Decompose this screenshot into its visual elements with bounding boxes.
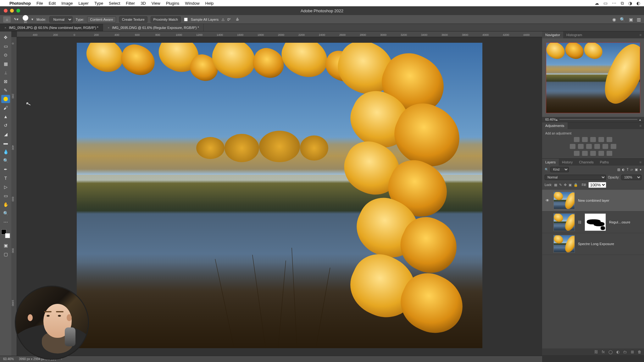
zoom-in-icon[interactable]: ▴ — [639, 118, 641, 121]
pressure-icon[interactable]: Ꮂ — [236, 17, 239, 21]
lock-position-icon[interactable]: ✥ — [564, 183, 567, 187]
menu-window[interactable]: Window — [185, 1, 199, 6]
spot-heal-tool[interactable] — [1, 95, 10, 103]
filter-smart-icon[interactable]: ▣ — [635, 168, 638, 171]
maximize-window-button[interactable] — [16, 9, 20, 13]
status-zoom[interactable]: 60.46% — [3, 357, 14, 361]
content-aware-button[interactable]: Content-Aware — [87, 16, 116, 23]
document-tab-1[interactable]: × IMG_0594.JPG @ 60.5% (New combined lay… — [0, 24, 103, 31]
type-tool[interactable]: T — [1, 174, 10, 182]
menu-plugins[interactable]: Plugins — [166, 1, 180, 6]
dodge-tool[interactable]: 🔍 — [1, 156, 10, 165]
layer-name[interactable]: New combined layer — [578, 199, 609, 202]
hand-tool[interactable]: ✋ — [1, 200, 10, 209]
mask-link-icon[interactable]: ⛓ — [578, 220, 581, 224]
eraser-tool[interactable]: ◢ — [1, 130, 10, 138]
tab-channels[interactable]: Channels — [576, 159, 597, 166]
filter-shape-icon[interactable]: ▱ — [630, 168, 633, 171]
control-icon[interactable]: ◑ — [628, 1, 632, 6]
frame-tool[interactable]: ⊠ — [1, 77, 10, 85]
document-tab-2[interactable]: × IMG_0595.DNG @ 61.6% (Regular Exposure… — [103, 24, 204, 31]
lock-artboard-icon[interactable]: ▣ — [569, 183, 572, 187]
layer-name[interactable]: Regul…osure — [609, 220, 630, 224]
menu-3d[interactable]: 3D — [141, 1, 146, 6]
tab-adjustments[interactable]: Adjustments — [542, 122, 568, 129]
menu-image[interactable]: Image — [61, 1, 73, 6]
close-tab-icon[interactable]: × — [108, 26, 109, 30]
panel-menu-icon[interactable]: ≡ — [637, 124, 644, 128]
menu-filter[interactable]: Filter — [126, 1, 135, 6]
lasso-tool[interactable]: ⊙ — [1, 51, 10, 59]
filter-adjust-icon[interactable]: ◐ — [622, 168, 625, 171]
color-swatches[interactable] — [1, 229, 10, 238]
vertical-ruler[interactable]: 0 200 400 600 800 1000 — [11, 37, 17, 356]
menu-edit[interactable]: Edit — [49, 1, 56, 6]
tab-paths[interactable]: Paths — [597, 159, 612, 166]
sample-all-layers-checkbox[interactable] — [184, 18, 188, 21]
new-layer-icon[interactable]: ⊞ — [631, 350, 634, 354]
menu-file[interactable]: File — [36, 1, 43, 6]
object-select-tool[interactable]: ▦ — [1, 60, 10, 68]
lock-transparency-icon[interactable]: ▦ — [554, 183, 557, 187]
move-tool[interactable]: ✥ — [1, 33, 10, 41]
filter-pixel-icon[interactable]: ▨ — [617, 168, 620, 171]
opacity-value[interactable]: 100% — [621, 175, 641, 180]
add-mask-icon[interactable]: ◯ — [608, 350, 613, 354]
eyedropper-tool[interactable]: ✎ — [1, 86, 10, 94]
pen-tool[interactable]: ✒ — [1, 165, 10, 173]
horizontal-ruler[interactable]: 400 200 0 200 400 600 800 1000 1200 1400… — [17, 31, 542, 37]
cloud-docs-icon[interactable]: ◉ — [612, 17, 616, 22]
brush-dropdown-icon[interactable]: ▾ — [31, 17, 33, 21]
document-image[interactable] — [77, 43, 482, 348]
tab-layers[interactable]: Layers — [542, 159, 559, 166]
close-tab-icon[interactable]: × — [4, 26, 6, 30]
spotlight-icon[interactable]: ◐ — [636, 1, 640, 6]
selective-color-icon[interactable] — [607, 151, 612, 156]
minimize-window-button[interactable] — [10, 9, 14, 13]
link-layers-icon[interactable]: ⛓ — [594, 350, 598, 354]
tab-navigator[interactable]: Navigator — [542, 31, 563, 38]
layer-row[interactable]: 👁 New combined layer — [542, 190, 644, 211]
layer-row[interactable]: Spectre Long Exposure — [542, 233, 644, 255]
lock-all-icon[interactable]: 🔒 — [574, 183, 578, 187]
fill-value[interactable]: 100% — [588, 182, 606, 188]
close-window-button[interactable] — [4, 9, 8, 13]
layer-name[interactable]: Spectre Long Exposure — [578, 242, 614, 246]
delete-layer-icon[interactable]: 🗑 — [638, 350, 641, 354]
menu-help[interactable]: Help — [205, 1, 214, 6]
status-chevron-icon[interactable]: › — [61, 357, 62, 361]
brightness-icon[interactable] — [574, 137, 580, 142]
bw-icon[interactable] — [586, 144, 592, 149]
gradient-tool[interactable]: ▬ — [1, 139, 10, 147]
exposure-icon[interactable] — [598, 137, 604, 142]
levels-icon[interactable] — [582, 137, 588, 142]
angle-icon[interactable]: △ — [222, 17, 224, 21]
layer-thumbnail[interactable] — [553, 213, 575, 231]
layer-fx-icon[interactable]: fx — [602, 350, 605, 354]
menubar-status-icons[interactable]: ☁ ▭ ⋯ ⧉ ◑ ◐ — [595, 1, 640, 6]
invert-icon[interactable] — [574, 151, 580, 156]
menu-select[interactable]: Select — [109, 1, 120, 6]
filter-type-icon[interactable]: T — [627, 168, 629, 171]
threshold-icon[interactable] — [590, 151, 596, 156]
crop-tool[interactable]: ⟂ — [1, 69, 10, 77]
marquee-tool[interactable]: ▭ — [1, 42, 10, 50]
channel-mixer-icon[interactable] — [602, 144, 608, 149]
share-icon[interactable]: ▣ — [629, 17, 633, 22]
layer-kind-filter[interactable]: Kind — [550, 167, 569, 172]
app-name[interactable]: Photoshop — [9, 1, 31, 6]
panel-menu-icon[interactable]: ≡ — [637, 160, 644, 164]
layer-thumbnail[interactable] — [553, 235, 575, 253]
brush-preview[interactable] — [23, 15, 28, 21]
canvas[interactable]: ↖ — [17, 37, 542, 356]
macos-menubar[interactable]: Photoshop File Edit Image Layer Type Sel… — [0, 0, 644, 6]
quickmask-tool[interactable]: ▣ — [1, 241, 10, 250]
new-group-icon[interactable]: 🗀 — [623, 350, 627, 354]
search-icon[interactable]: 🔍 — [620, 17, 625, 22]
angle-value[interactable]: 0° — [227, 18, 231, 21]
navigator-thumbnail[interactable] — [542, 38, 644, 117]
layer-thumbnail[interactable] — [553, 192, 575, 209]
path-select-tool[interactable]: ▷ — [1, 183, 10, 191]
brush-tool[interactable]: 🖌 — [1, 104, 10, 112]
panel-menu-icon[interactable]: ≡ — [637, 33, 644, 37]
